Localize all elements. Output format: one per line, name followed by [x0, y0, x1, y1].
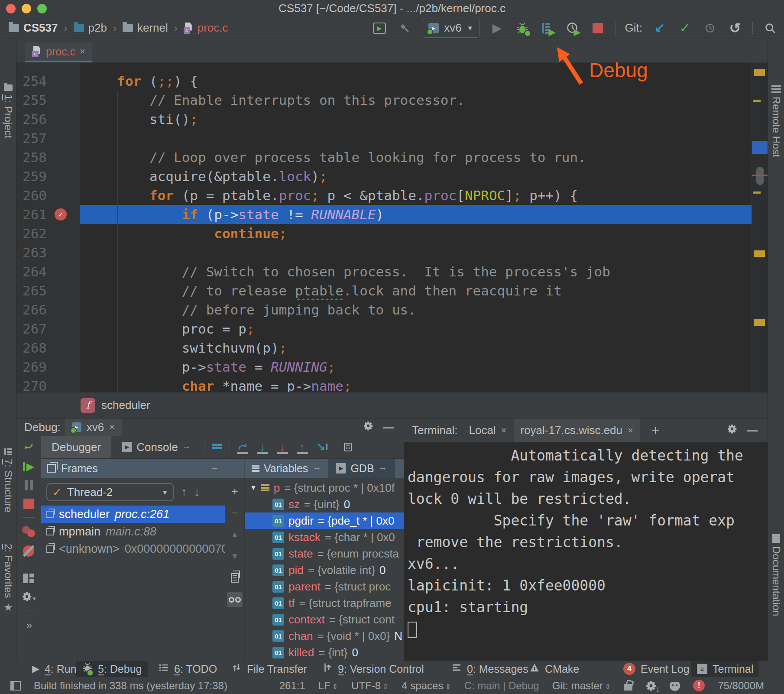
breadcrumb-project[interactable]: CS537	[23, 21, 58, 35]
resolve-context[interactable]: C: main | Debug	[464, 680, 539, 692]
toggle-tool-windows-icon[interactable]	[10, 681, 21, 691]
line-number[interactable]: 257	[16, 129, 47, 148]
code-line[interactable]: 265 // to release ptable.lock and then r…	[16, 281, 752, 300]
line-number[interactable]: 265	[16, 281, 47, 300]
breakpoint-gutter[interactable]	[47, 376, 80, 392]
line-number[interactable]: 255	[16, 91, 47, 110]
editor-error-stripe[interactable]	[752, 63, 768, 392]
pause-button[interactable]	[25, 480, 33, 490]
close-icon[interactable]: ×	[628, 425, 633, 436]
duplicate-watch-button[interactable]	[227, 571, 243, 585]
ide-errors-icon[interactable]: !	[693, 680, 705, 691]
git-branch-select[interactable]: Git: master⇕	[552, 680, 611, 692]
frame-row[interactable]: schedulerproc.c:261	[41, 506, 225, 523]
run-to-cursor-button[interactable]: ↘I	[312, 438, 332, 457]
debug-session-tab[interactable]: ▸ xv6 ×	[65, 418, 122, 436]
encoding-select[interactable]: UTF-8⇕	[351, 680, 389, 692]
code-line[interactable]: 261✓ if (p->state != RUNNABLE)	[16, 205, 752, 224]
code-line[interactable]: 262 continue;	[16, 224, 752, 243]
terminal-settings-gear-icon[interactable]	[727, 424, 737, 437]
code-line[interactable]: 264 // Switch to chosen process. It is t…	[16, 262, 752, 281]
stop-button[interactable]	[590, 20, 606, 36]
tab-console[interactable]: ▶ Console →	[111, 436, 201, 458]
code-line[interactable]: 257	[16, 129, 752, 148]
breadcrumb-file[interactable]: proc.c	[198, 21, 228, 35]
user-face-icon[interactable]	[670, 681, 680, 691]
git-history-icon[interactable]	[702, 20, 718, 36]
move-watch-up-button[interactable]: ▲	[227, 527, 243, 542]
breakpoint-gutter[interactable]	[47, 357, 80, 376]
variable-row[interactable]: 01chan= {void * | 0x0} N	[245, 628, 404, 644]
profiler-button[interactable]: ▶	[565, 20, 580, 36]
breakpoint-icon[interactable]: ✓	[55, 208, 67, 221]
line-number[interactable]: 269	[16, 357, 47, 376]
breakpoint-gutter[interactable]: ✓	[47, 205, 80, 224]
variable-row[interactable]: 01parent= {struct proc	[245, 578, 404, 595]
variable-row[interactable]: ▼p= {struct proc * | 0x10f	[245, 480, 404, 496]
hide-debug-panel-button[interactable]: —	[383, 421, 394, 434]
memory-indicator[interactable]: 75/8000M	[718, 680, 764, 692]
frame-row[interactable]: mpmainmain.c:88	[41, 523, 225, 540]
breadcrumb-kernel[interactable]: kernel	[137, 21, 168, 35]
breakpoint-gutter[interactable]	[47, 129, 80, 148]
lock-icon[interactable]	[624, 684, 632, 691]
debug-settings-gear-icon[interactable]	[363, 421, 373, 434]
variable-row[interactable]: 01pgdir= {pde_t * | 0x0	[245, 512, 404, 529]
code-line[interactable]: 259 acquire(&ptable.lock);	[16, 167, 752, 186]
debug-gear-icon[interactable]: ▾	[22, 591, 36, 602]
build-hammer-icon[interactable]	[397, 20, 412, 36]
caret-position[interactable]: 261:1	[279, 680, 305, 692]
terminal-tab-local[interactable]: Local ×	[462, 418, 513, 442]
code-editor[interactable]: 254 for (;;) {255 // Enable interrupts o…	[16, 63, 768, 392]
variable-row[interactable]: 01kstack= {char * | 0x0	[245, 529, 404, 545]
run-configuration-select[interactable]: ▸ xv6 ▼	[422, 19, 479, 38]
breakpoint-gutter[interactable]	[47, 148, 80, 167]
close-icon[interactable]: ×	[109, 422, 115, 433]
close-icon[interactable]: ×	[501, 425, 507, 436]
git-commit-button[interactable]: ✓	[677, 20, 693, 36]
line-separator-select[interactable]: LF⇕	[318, 680, 338, 692]
search-everywhere-icon[interactable]	[762, 20, 778, 36]
code-line[interactable]: 260 for (p = ptable.proc; p < &ptable.pr…	[16, 186, 752, 205]
remove-watch-button[interactable]: −	[227, 506, 243, 520]
force-step-into-button[interactable]: ↓	[272, 438, 292, 457]
thread-selector[interactable]: ✓ Thread-2 ▼	[46, 483, 174, 501]
line-number[interactable]: 254	[16, 71, 47, 91]
line-number[interactable]: 264	[16, 262, 47, 281]
code-line[interactable]: 269 p->state = RUNNING;	[16, 357, 752, 376]
line-number[interactable]: 260	[16, 186, 47, 205]
frame-down-button[interactable]: ↓	[194, 485, 200, 499]
toolwindow-button-todo[interactable]: 6: TODO	[152, 661, 223, 677]
toolwindow-button-debug[interactable]: 5: Debug	[76, 661, 148, 677]
tab-gdb[interactable]: ▶ GDB →	[328, 459, 395, 478]
variable-row[interactable]: 01tf= {struct trapframe	[245, 595, 404, 611]
breakpoint-gutter[interactable]	[47, 281, 80, 300]
line-number[interactable]: 259	[16, 167, 47, 186]
debug-button[interactable]	[515, 20, 530, 36]
line-number[interactable]: 266	[16, 300, 47, 319]
frame-up-button[interactable]: ↑	[181, 485, 187, 499]
code-line[interactable]: 266 // before jumping back to us.	[16, 300, 752, 319]
breakpoint-gutter[interactable]	[47, 243, 80, 262]
line-number[interactable]: 267	[16, 319, 47, 338]
toolwindow-button-file-transfer[interactable]: File Transfer	[225, 661, 313, 677]
line-number[interactable]: 268	[16, 338, 47, 357]
frame-row[interactable]: <unknown>0x00000000000070	[41, 540, 225, 558]
breakpoint-gutter[interactable]	[47, 91, 80, 110]
editor-tab-proc-c[interactable]: c proc.c ×	[25, 42, 92, 62]
sidebar-item-favorites[interactable]: 2: Favorites ★	[0, 542, 16, 613]
resume-button[interactable]: ▶	[23, 461, 34, 472]
attach-debugger-button[interactable]: ▶	[540, 20, 555, 36]
toolwindow-button-version-control[interactable]: 9: Version Control	[316, 661, 430, 677]
tab-debugger[interactable]: Debugger	[41, 436, 111, 458]
breakpoint-gutter[interactable]	[47, 110, 80, 129]
breakpoint-gutter[interactable]	[47, 338, 80, 357]
variable-row[interactable]: 01pid= {volatile int} 0	[245, 562, 404, 578]
run-anything-icon[interactable]: ▶	[372, 20, 387, 36]
function-breadcrumb[interactable]: f scheduler	[16, 392, 768, 418]
code-line[interactable]: 263	[16, 243, 752, 262]
stop-debug-button[interactable]	[23, 499, 34, 509]
code-line[interactable]: 255 // Enable interrupts on this process…	[16, 91, 752, 110]
line-number[interactable]: 263	[16, 243, 47, 262]
new-terminal-tab-button[interactable]: +	[651, 422, 660, 438]
